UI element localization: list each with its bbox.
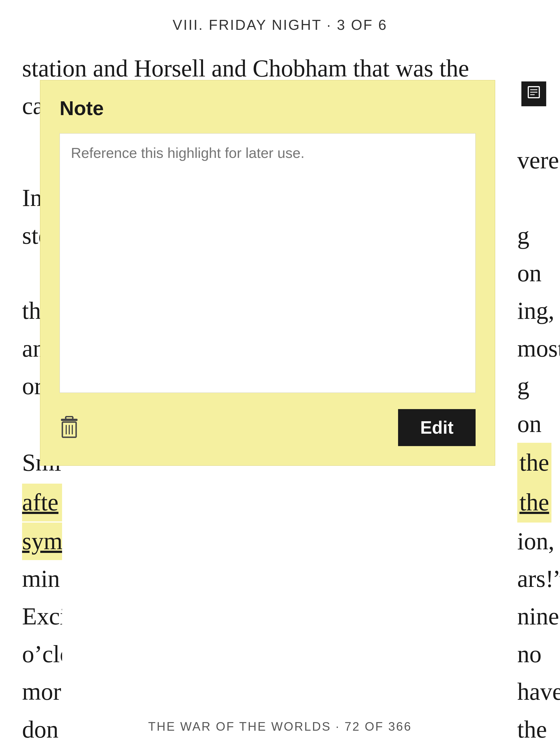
text-right-5: g on bbox=[517, 368, 541, 443]
note-textarea[interactable] bbox=[60, 133, 476, 393]
text-row-14: dark saw bbox=[22, 748, 538, 750]
text-row-11: o’clo no bbox=[22, 635, 538, 673]
sidebar-note-symbol bbox=[527, 85, 541, 102]
delete-button[interactable] bbox=[60, 416, 79, 439]
edit-button[interactable]: Edit bbox=[398, 409, 476, 446]
text-row-12: mor have bbox=[22, 673, 538, 711]
text-gap-12 bbox=[62, 673, 517, 711]
svg-rect-1 bbox=[66, 417, 73, 419]
text-left-12: mor bbox=[22, 673, 62, 711]
text-right-11: no bbox=[517, 635, 541, 673]
text-row-10: Exci nine bbox=[22, 598, 538, 635]
text-right-9: ars!” bbox=[517, 560, 560, 598]
text-row-7: afte the bbox=[22, 482, 538, 522]
text-gap-10 bbox=[62, 598, 517, 635]
chapter-title: VIII. FRIDAY NIGHT bbox=[173, 17, 322, 33]
text-right-3: ing, bbox=[517, 292, 554, 330]
header-separator: · bbox=[327, 17, 337, 33]
text-left-9: min bbox=[22, 560, 62, 598]
note-popup: Note Edit bbox=[40, 80, 495, 466]
footer: THE WAR OF THE WORLDS · 72 OF 366 bbox=[0, 719, 560, 733]
text-row-9: min ars!” bbox=[22, 560, 538, 598]
text-right-2: g on bbox=[517, 217, 541, 292]
book-title: THE WAR OF THE WORLDS bbox=[148, 719, 331, 733]
note-title: Note bbox=[60, 97, 476, 120]
text-right-10: nine bbox=[517, 598, 559, 635]
text-left-10: Exci bbox=[22, 598, 62, 635]
trash-icon bbox=[60, 416, 79, 439]
sidebar-note-icon[interactable] bbox=[521, 81, 546, 106]
text-right-1: vere bbox=[517, 142, 559, 217]
text-right-7-highlight: the bbox=[517, 482, 552, 522]
text-right-8: ion, bbox=[517, 522, 554, 560]
text-right-12: have bbox=[517, 673, 560, 711]
chapter-header: VIII. FRIDAY NIGHT · 3 OF 6 bbox=[22, 17, 538, 33]
footer-separator: · bbox=[336, 719, 345, 733]
text-right-14: saw bbox=[517, 748, 555, 750]
note-actions: Edit bbox=[60, 409, 476, 446]
footer-page-info: 72 OF 366 bbox=[345, 719, 412, 733]
page-container: VIII. FRIDAY NIGHT · 3 OF 6 station and … bbox=[0, 0, 560, 750]
text-right-6-highlight: the bbox=[517, 443, 552, 482]
text-content-1: station and Horsell and Chobham that was… bbox=[22, 55, 469, 82]
text-gap-14 bbox=[62, 748, 517, 750]
text-left-7: afte bbox=[22, 483, 62, 521]
text-left-11: o’clo bbox=[22, 635, 62, 673]
text-right-4: most bbox=[517, 330, 560, 368]
text-left-8: sym bbox=[22, 522, 62, 560]
text-gap-9 bbox=[62, 560, 517, 598]
text-row-8: sym ion, bbox=[22, 522, 538, 560]
text-left-14: dark bbox=[22, 748, 62, 750]
chapter-page-info: 3 OF 6 bbox=[337, 17, 387, 33]
text-gap-11 bbox=[62, 635, 517, 673]
